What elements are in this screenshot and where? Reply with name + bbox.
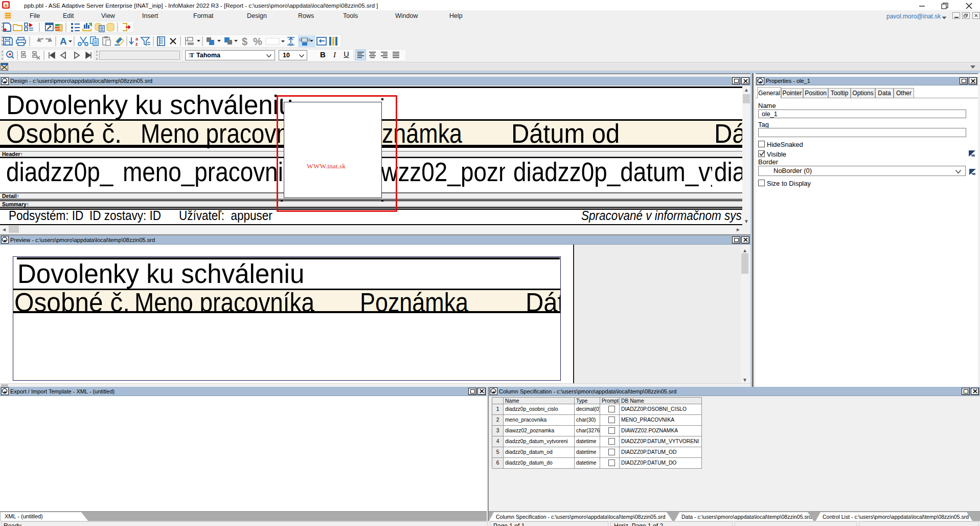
svg-text:A: A	[60, 36, 67, 47]
svg-text:a: a	[135, 36, 139, 41]
svg-text:%: %	[253, 36, 262, 47]
svg-text:z: z	[135, 41, 138, 47]
svg-text:$: $	[242, 36, 247, 47]
